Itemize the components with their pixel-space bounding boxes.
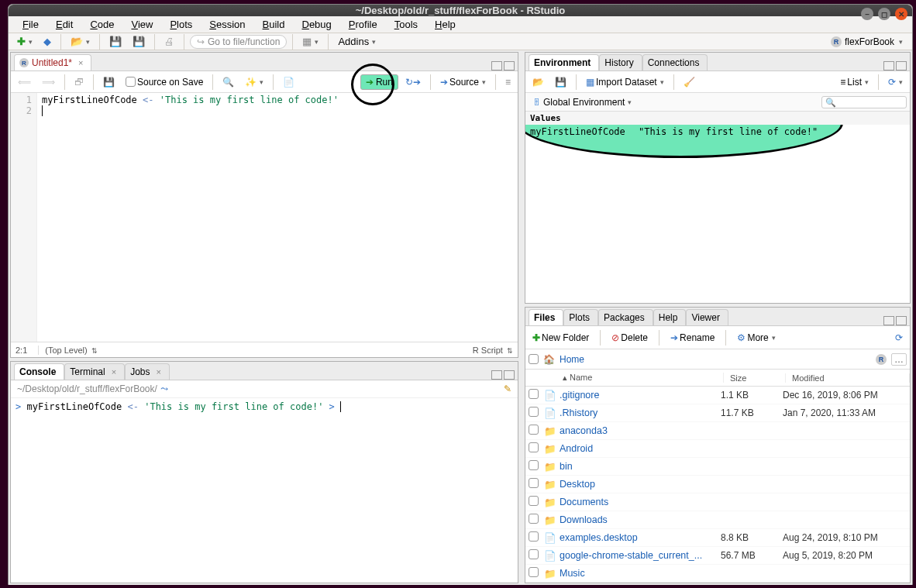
tab-connections[interactable]: Connections — [642, 54, 708, 70]
file-checkbox[interactable] — [529, 567, 539, 577]
col-size[interactable]: Size — [724, 373, 786, 383]
grid-button[interactable]: ▦▾ — [298, 33, 322, 50]
file-name[interactable]: Downloads — [560, 514, 721, 525]
pane-max-icon[interactable] — [896, 61, 907, 70]
file-name[interactable]: .gitignore — [560, 390, 721, 401]
col-modified[interactable]: Modified — [786, 373, 910, 383]
file-checkbox[interactable] — [529, 389, 539, 399]
env-scope-selector[interactable]: 🎚 Global Environment▾ — [529, 95, 635, 110]
col-name[interactable]: ▴ Name — [556, 373, 724, 383]
file-checkbox[interactable] — [529, 496, 539, 506]
print-button[interactable]: 🖨 — [160, 33, 178, 50]
nav-back-button[interactable]: ⟸ — [14, 74, 35, 90]
file-row[interactable]: 📁Desktop — [525, 476, 910, 493]
file-name[interactable]: Desktop — [560, 479, 721, 490]
file-checkbox[interactable] — [529, 549, 539, 559]
scope-selector[interactable]: (Top Level) ⇅ — [38, 346, 97, 355]
file-row[interactable]: 📄.gitignore1.1 KBDec 16, 2019, 8:06 PM — [525, 387, 910, 404]
open-file-button[interactable]: 📂▾ — [67, 33, 94, 50]
list-view-button[interactable]: ≡ List▾ — [836, 74, 873, 90]
rerun-button[interactable]: ↻➔ — [401, 74, 425, 90]
pane-max-icon[interactable] — [504, 370, 515, 380]
tab-history[interactable]: History — [599, 54, 642, 70]
menu-edit[interactable]: Edit — [48, 16, 81, 33]
pane-min-icon[interactable] — [883, 61, 894, 70]
file-checkbox[interactable] — [529, 514, 539, 524]
menu-file[interactable]: File — [15, 16, 46, 33]
file-name[interactable]: bin — [560, 461, 721, 472]
save-source-button[interactable]: 💾 — [99, 74, 119, 90]
window-maximize-button[interactable]: ◻ — [878, 8, 890, 20]
tab-viewer[interactable]: Viewer — [686, 309, 728, 325]
menu-help[interactable]: Help — [427, 16, 463, 33]
menu-session[interactable]: Session — [201, 16, 253, 33]
clear-console-icon[interactable]: ✎ — [504, 383, 511, 394]
source-on-save-toggle[interactable]: Source on Save — [122, 74, 207, 90]
refresh-env-button[interactable]: ⟳▾ — [884, 74, 907, 90]
wand-button[interactable]: ✨▾ — [241, 74, 267, 90]
env-search-input[interactable] — [821, 96, 907, 108]
menu-code[interactable]: Code — [82, 16, 122, 33]
menu-debug[interactable]: Debug — [294, 16, 339, 33]
file-row[interactable]: 📁Documents — [525, 493, 910, 511]
pane-min-icon[interactable] — [883, 316, 894, 325]
file-name[interactable]: .Rhistory — [560, 407, 721, 418]
menu-plots[interactable]: Plots — [162, 16, 200, 33]
import-dataset-button[interactable]: ▦ Import Dataset▾ — [582, 74, 668, 90]
tab-console[interactable]: Console — [14, 363, 64, 380]
outline-button[interactable]: ≡ — [501, 74, 515, 90]
menu-view[interactable]: View — [123, 16, 160, 33]
tab-environment[interactable]: Environment — [529, 54, 599, 70]
breadcrumb-home[interactable]: Home — [560, 354, 584, 365]
pane-max-icon[interactable] — [896, 316, 907, 325]
console-body[interactable]: > myFirstLineOfCode <- 'This is my first… — [11, 398, 518, 583]
language-selector[interactable]: R Script ⇅ — [473, 346, 513, 355]
home-icon[interactable]: 🏠 — [543, 354, 555, 365]
new-file-button[interactable]: ✚▾ — [13, 33, 36, 50]
file-name[interactable]: Android — [560, 443, 721, 454]
file-row[interactable]: 📁bin — [525, 458, 910, 476]
select-all-checkbox[interactable] — [529, 354, 539, 364]
menu-build[interactable]: Build — [255, 16, 293, 33]
file-name[interactable]: examples.desktop — [560, 532, 721, 543]
file-row[interactable]: 📁anaconda3 — [525, 422, 910, 440]
refresh-files-button[interactable]: ⟳ — [891, 330, 907, 346]
save-workspace-button[interactable]: 💾 — [551, 74, 570, 90]
pane-min-icon[interactable] — [491, 370, 502, 380]
find-button[interactable]: 🔍 — [219, 74, 238, 90]
run-button[interactable]: ➔Run — [360, 74, 398, 90]
tab-jobs[interactable]: Jobs× — [125, 363, 170, 380]
more-button[interactable]: ⚙ More▾ — [733, 330, 779, 346]
file-row[interactable]: 📁Music — [525, 565, 910, 583]
file-name[interactable]: Documents — [560, 497, 721, 507]
code-editor[interactable]: 12 myFirstLineOfCode <- 'This is my firs… — [11, 93, 518, 342]
pane-min-icon[interactable] — [491, 61, 502, 70]
window-close-button[interactable]: ✕ — [895, 8, 907, 20]
file-row[interactable]: 📄google-chrome-stable_current_...56.7 MB… — [525, 547, 910, 565]
file-checkbox[interactable] — [529, 425, 539, 435]
save-button[interactable]: 💾 — [105, 33, 126, 50]
window-minimize-button[interactable]: – — [861, 8, 873, 20]
tab-terminal[interactable]: Terminal× — [64, 363, 125, 380]
load-workspace-button[interactable]: 📂 — [529, 74, 548, 90]
env-variable-row[interactable]: myFirstLineOfCode "This is my first line… — [525, 125, 910, 139]
menu-profile[interactable]: Profile — [341, 16, 385, 33]
tab-files[interactable]: Files — [529, 309, 563, 325]
close-tab-icon[interactable]: × — [78, 58, 83, 67]
project-selector[interactable]: RflexForBook▾ — [826, 35, 907, 49]
pane-max-icon[interactable] — [504, 61, 515, 70]
delete-button[interactable]: ⊘ Delete — [608, 330, 652, 346]
console-path-arrow-icon[interactable]: ⤳ — [160, 383, 168, 394]
project-dir-icon[interactable]: R — [876, 354, 887, 365]
file-checkbox[interactable] — [529, 460, 539, 470]
tab-plots[interactable]: Plots — [563, 309, 598, 325]
file-checkbox[interactable] — [529, 531, 539, 542]
tab-packages[interactable]: Packages — [598, 309, 653, 325]
compile-report-button[interactable]: 📄 — [279, 74, 298, 90]
file-row[interactable]: 📄examples.desktop8.8 KBAug 24, 2019, 8:1… — [525, 529, 910, 547]
new-folder-button[interactable]: ✚ New Folder — [529, 330, 593, 346]
nav-fwd-button[interactable]: ⟹ — [38, 74, 59, 90]
addins-button[interactable]: Addins▾ — [334, 33, 380, 50]
new-project-button[interactable]: ◆ — [40, 33, 55, 50]
show-in-new-window-button[interactable]: 🗗 — [71, 74, 88, 90]
